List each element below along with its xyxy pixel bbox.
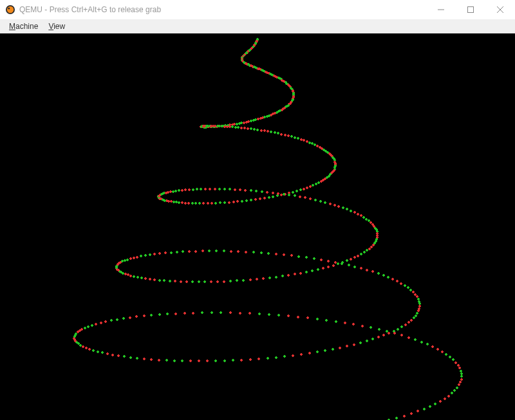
- spiral-dot: [414, 338, 417, 341]
- spiral-dot: [332, 348, 334, 351]
- spiral-dot: [272, 196, 274, 198]
- spiral-dot: [370, 326, 372, 329]
- spiral-dot: [297, 316, 299, 318]
- spiral-dot: [277, 132, 279, 134]
- spiral-dot: [400, 334, 403, 336]
- spiral-dot: [143, 315, 145, 317]
- spiral-dot: [196, 188, 198, 190]
- spiral-dot: [283, 193, 285, 196]
- maximize-button[interactable]: [456, 0, 485, 19]
- spiral-dot: [244, 189, 247, 192]
- spiral-dot: [149, 253, 151, 256]
- spiral-graphic: [0, 33, 515, 420]
- spiral-dot: [85, 347, 88, 349]
- spiral-dot: [174, 190, 177, 192]
- spiral-dot: [333, 204, 336, 206]
- spiral-dot: [229, 311, 232, 314]
- spiral-dot: [391, 278, 394, 280]
- spiral-dot: [382, 274, 385, 277]
- spiral-dot: [447, 395, 450, 397]
- spiral-dot: [260, 251, 263, 254]
- menu-machine[interactable]: Machine: [4, 21, 43, 32]
- spiral-dot: [135, 315, 138, 318]
- spiral-dot: [92, 349, 95, 352]
- spiral-dot: [287, 274, 290, 277]
- spiral-dot: [180, 280, 182, 283]
- spiral-dot: [451, 392, 453, 394]
- spiral-dot: [87, 325, 89, 328]
- emulator-viewport[interactable]: [0, 33, 515, 420]
- spiral-dot: [253, 128, 256, 131]
- spiral-dot: [127, 273, 129, 276]
- spiral-dot: [254, 118, 257, 121]
- spiral-dot: [223, 250, 225, 252]
- spiral-dot: [140, 277, 143, 279]
- spiral-dot: [169, 280, 171, 282]
- spiral-dot: [363, 251, 366, 253]
- spiral-dot: [133, 275, 135, 278]
- spiral-dot: [344, 322, 346, 324]
- spiral-dot: [396, 280, 398, 282]
- spiral-dot: [294, 273, 296, 275]
- spiral-dot: [294, 194, 296, 197]
- spiral-dot: [353, 343, 355, 346]
- spiral-dot: [353, 256, 356, 259]
- spiral-dot: [194, 250, 197, 253]
- spiral-dot: [256, 129, 259, 131]
- spiral-dot: [245, 251, 247, 253]
- spiral-dot: [413, 316, 415, 319]
- spiral-dot: [283, 253, 285, 256]
- spiral-dot: [201, 311, 203, 314]
- spiral-dot: [243, 122, 245, 124]
- spiral-dot: [165, 359, 168, 361]
- spiral-dot: [453, 389, 456, 392]
- spiral-dot: [216, 280, 219, 283]
- spiral-dot: [136, 357, 138, 360]
- close-button[interactable]: [485, 0, 515, 19]
- spiral-dot: [218, 188, 221, 190]
- spiral-dot: [173, 360, 176, 362]
- spiral-dot: [100, 322, 102, 324]
- spiral-dot: [170, 200, 173, 203]
- spiral-dot: [209, 188, 211, 190]
- spiral-dot: [346, 259, 348, 262]
- spiral-dot: [123, 355, 126, 358]
- spiral-dot: [237, 126, 239, 129]
- spiral-dot: [234, 126, 237, 129]
- spiral-dot: [175, 201, 178, 203]
- spiral-dot: [210, 280, 212, 283]
- spiral-dot: [268, 277, 271, 279]
- spiral-dot: [404, 284, 406, 287]
- spiral-dot: [386, 330, 388, 333]
- spiral-dot: [357, 213, 359, 215]
- spiral-dot: [150, 358, 153, 361]
- spiral-dot: [387, 276, 389, 278]
- spiral-dot: [158, 252, 161, 255]
- spiral-dot: [292, 191, 294, 194]
- spiral-dot: [82, 345, 84, 348]
- minimize-button[interactable]: [426, 0, 456, 19]
- window-title: QEMU - Press Ctrl+Alt+G to release grab: [19, 5, 426, 14]
- spiral-dot: [249, 358, 252, 361]
- spiral-dot: [294, 136, 296, 139]
- spiral-dot: [140, 255, 142, 257]
- spiral-dot: [316, 318, 319, 320]
- titlebar[interactable]: QEMU - Press Ctrl+Alt+G to release grab: [0, 0, 515, 19]
- spiral-dot: [247, 120, 250, 123]
- menubar: MachineView: [0, 19, 515, 33]
- spiral-dot: [149, 278, 151, 280]
- spiral-dot: [268, 196, 270, 199]
- spiral-dot: [228, 201, 230, 204]
- spiral-dot: [223, 188, 226, 190]
- spiral-dot: [183, 312, 186, 315]
- spiral-dot: [174, 313, 177, 315]
- spiral-dot: [231, 125, 234, 128]
- spiral-dot: [378, 328, 380, 331]
- menu-view[interactable]: View: [43, 21, 70, 32]
- spiral-dot: [206, 360, 209, 362]
- spiral-dot: [240, 127, 243, 129]
- spiral-dot: [284, 134, 286, 136]
- spiral-dot: [184, 188, 187, 191]
- spiral-dot: [129, 356, 132, 359]
- spiral-dot: [308, 352, 311, 354]
